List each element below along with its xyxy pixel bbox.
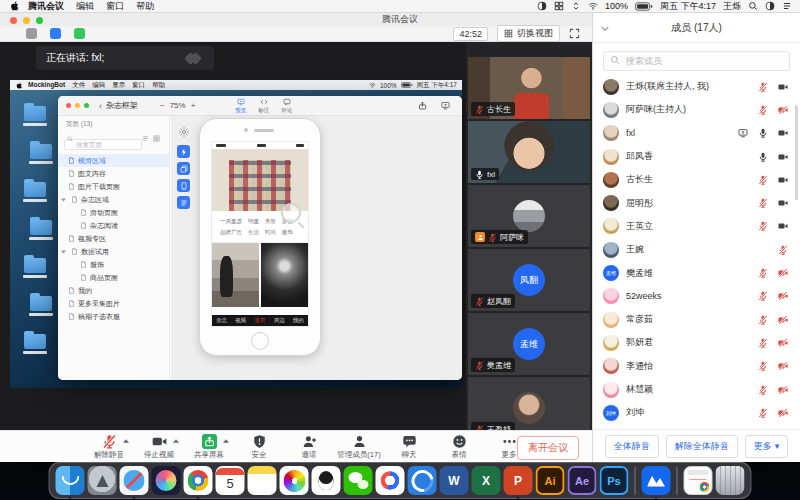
toolbar-smiley-button[interactable]: 表情 xyxy=(434,434,484,460)
phone-tab-杂志[interactable]: 杂志 xyxy=(216,317,227,324)
desktop-folder-icon[interactable] xyxy=(22,106,48,126)
member-row[interactable]: 古长生 xyxy=(593,168,800,191)
sidebar-page-item[interactable]: 图文内容 xyxy=(58,167,169,180)
status-grid-icon[interactable] xyxy=(554,1,564,11)
sidebar-page-item[interactable]: 服饰 xyxy=(58,258,169,271)
share-export-icon[interactable] xyxy=(418,101,427,110)
member-search-input[interactable] xyxy=(603,51,790,71)
menu-item[interactable]: 窗口 xyxy=(106,0,124,13)
desktop-folder-icon[interactable] xyxy=(28,220,54,240)
dock-wechat-icon[interactable] xyxy=(344,466,373,495)
list-view-icon[interactable] xyxy=(142,135,149,142)
video-tile-阿萨咪[interactable]: 阿萨咪 xyxy=(468,185,590,247)
dock-swirl-icon[interactable] xyxy=(408,466,437,495)
member-row[interactable]: 林慧颖 xyxy=(593,378,800,401)
phone-tab-视频[interactable]: 视频 xyxy=(235,317,246,324)
phone-tab-我的[interactable]: 我的 xyxy=(293,317,304,324)
menubar-clock[interactable]: 周五 下午4:17 xyxy=(660,0,716,13)
magnifier-icon[interactable] xyxy=(281,203,301,223)
category-link[interactable]: 美容 xyxy=(265,216,276,227)
dock-qq-icon[interactable] xyxy=(312,466,341,495)
dock-meeting-icon[interactable] xyxy=(642,466,671,495)
mb-close-button[interactable] xyxy=(66,103,71,108)
sidebar-page-item[interactable]: 更多采集图片 xyxy=(58,297,169,310)
category-link[interactable]: 时尚 xyxy=(265,227,276,238)
list-tool-icon[interactable] xyxy=(177,196,190,209)
toolbar-person-button[interactable]: 管理成员(17) xyxy=(334,434,384,460)
dock-finder-icon[interactable] xyxy=(56,466,85,495)
toolbar-camera-button[interactable]: 停止视频 xyxy=(134,434,184,460)
dock-aftereffects-icon[interactable]: Ae xyxy=(568,466,597,495)
dock-notes-icon[interactable] xyxy=(248,466,277,495)
category-link[interactable]: 一周星选 xyxy=(220,216,242,227)
toolbar-mic-off-button[interactable]: 解除静音 xyxy=(84,434,134,460)
dock-powerpoint-icon[interactable]: P xyxy=(504,466,533,495)
control-center-icon[interactable] xyxy=(765,1,775,11)
notification-list-icon[interactable] xyxy=(782,1,792,11)
zoom-window-button[interactable] xyxy=(36,17,43,24)
menu-item[interactable]: 编辑 xyxy=(76,0,94,13)
sidebar-page-item[interactable]: 视频专区 xyxy=(58,232,169,245)
video-tile-樊孟维[interactable]: 孟维樊孟维 xyxy=(468,313,590,375)
wifi-icon[interactable] xyxy=(588,1,598,11)
dock-docs-icon[interactable] xyxy=(376,466,405,495)
dock-excel-icon[interactable]: X xyxy=(472,466,501,495)
status-circle-icon[interactable] xyxy=(537,1,547,11)
member-row[interactable]: 屈明彤 xyxy=(593,191,800,214)
grid-view-icon[interactable] xyxy=(153,135,160,142)
unmute-all-button[interactable]: 解除全体静音 xyxy=(666,435,738,458)
back-button[interactable]: ‹ xyxy=(99,101,102,111)
dock-chromewin-icon[interactable] xyxy=(684,466,713,495)
more-button[interactable]: 更多▾ xyxy=(745,435,789,458)
dock-photoshop-icon[interactable]: Ps xyxy=(600,466,629,495)
collapse-panel-icon[interactable] xyxy=(600,25,610,32)
tab-预览[interactable]: 预览 xyxy=(235,98,246,114)
desktop-folder-icon[interactable] xyxy=(28,296,54,316)
spotlight-search-icon[interactable] xyxy=(748,1,758,11)
quick-green-icon[interactable] xyxy=(74,28,85,39)
desktop-folder-icon[interactable] xyxy=(22,334,48,354)
member-row[interactable]: 邱凤香 xyxy=(593,145,800,168)
dock-firefox-icon[interactable] xyxy=(152,466,181,495)
sidebar-page-item[interactable]: 稿期子选衣服 xyxy=(58,310,169,323)
video-tile-赵凤翻[interactable]: 凤翻赵凤翻 xyxy=(468,249,590,311)
close-window-button[interactable] xyxy=(10,17,17,24)
tab-评论[interactable]: 评论 xyxy=(281,98,292,114)
quick-gray-icon[interactable] xyxy=(26,28,37,39)
dock-launchpad-icon[interactable] xyxy=(88,466,117,495)
menubar-username[interactable]: 王烁 xyxy=(723,0,741,13)
dock-safari-icon[interactable] xyxy=(120,466,149,495)
desktop-folder-icon[interactable] xyxy=(22,182,48,202)
desktop-folder-icon[interactable] xyxy=(28,144,54,164)
member-row[interactable]: fxl xyxy=(593,122,800,145)
dock-trash-icon[interactable] xyxy=(716,466,745,495)
member-row[interactable]: 52weeks xyxy=(593,285,800,308)
sidebar-page-item[interactable]: 商品页面 xyxy=(58,271,169,284)
member-row[interactable]: 郭妍君 xyxy=(593,331,800,354)
member-row[interactable]: 王婉 xyxy=(593,238,800,261)
fullscreen-icon[interactable] xyxy=(569,28,580,39)
mute-all-button[interactable]: 全体静音 xyxy=(605,435,659,458)
member-row[interactable]: 常彦茹 xyxy=(593,308,800,331)
dock-illustrator-icon[interactable]: Ai xyxy=(536,466,565,495)
mb-zoom-button[interactable] xyxy=(84,103,89,108)
quick-blue-icon[interactable] xyxy=(50,28,61,39)
toolbar-screen-share-button[interactable]: 共享屏幕 xyxy=(184,434,234,460)
dock-word-icon[interactable]: W xyxy=(440,466,469,495)
sidebar-page-item[interactable]: 横滑区域 xyxy=(58,154,169,167)
zoom-out-button[interactable]: − xyxy=(160,101,165,110)
member-row[interactable]: 李通怡 xyxy=(593,355,800,378)
dock-calendar-icon[interactable]: 5 xyxy=(216,466,245,495)
member-list-scrollbar[interactable] xyxy=(795,105,798,200)
sidebar-page-item[interactable]: 图片下载页面 xyxy=(58,180,169,193)
dock-photos-icon[interactable] xyxy=(280,466,309,495)
toolbar-chat-button[interactable]: 聊天 xyxy=(384,434,434,460)
presentation-icon[interactable] xyxy=(441,101,450,110)
layers-tool-icon[interactable] xyxy=(177,162,190,175)
sidebar-page-item[interactable]: 我的 xyxy=(58,284,169,297)
menu-item[interactable]: 帮助 xyxy=(136,0,154,13)
desktop-folder-icon[interactable] xyxy=(22,258,48,278)
sidebar-page-item[interactable]: 数据试用 xyxy=(58,245,169,258)
phone-tab-首页[interactable]: 首页 xyxy=(254,317,265,324)
status-updown-icon[interactable] xyxy=(571,1,581,11)
